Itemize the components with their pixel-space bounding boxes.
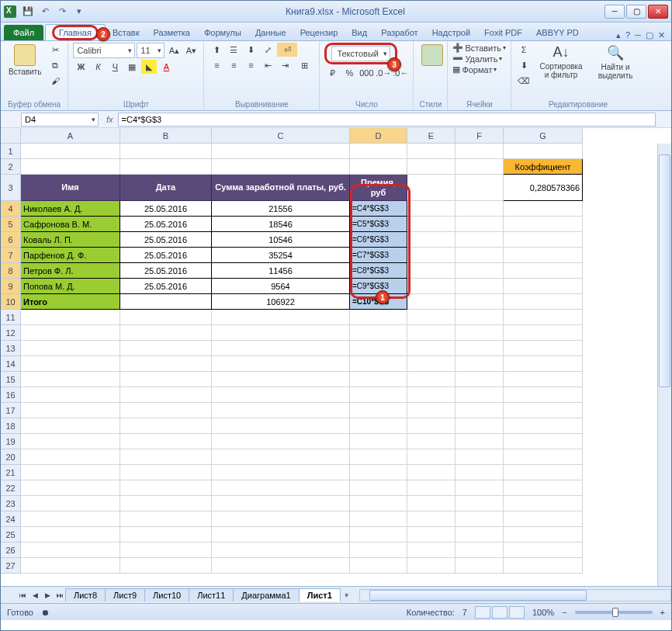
cell[interactable] [456,310,504,325]
increase-indent-button[interactable]: ⇥ [277,58,293,72]
cell[interactable] [456,279,504,294]
wrap-text-button[interactable]: ⏎ [277,43,297,57]
cell[interactable]: =C9*$G$3 [350,279,407,294]
row-24[interactable]: 24 [1,511,21,527]
fx-icon[interactable]: fx [102,115,118,124]
cell[interactable] [21,465,120,480]
cell[interactable] [407,159,456,175]
cell[interactable] [504,496,583,511]
cell[interactable] [407,341,456,356]
cell[interactable] [120,511,212,527]
doc-restore-icon[interactable]: ▢ [646,30,653,40]
sheet-tab[interactable]: Диаграмма1 [233,588,299,602]
cell[interactable]: 0,280578366 [504,175,583,201]
tab-foxit[interactable]: Foxit PDF [477,24,529,40]
cell[interactable] [21,144,120,159]
cell[interactable] [407,403,456,418]
align-top-button[interactable]: ⬆ [209,43,224,57]
copy-button[interactable]: ⧉ [47,58,63,72]
macro-record-icon[interactable]: ⏺ [41,608,50,617]
cell[interactable] [120,403,212,418]
cell[interactable] [350,511,407,527]
row-2[interactable]: 2 [1,159,21,175]
file-tab[interactable]: Файл [4,25,43,40]
cell[interactable] [407,511,456,527]
tab-review[interactable]: Рецензир [293,24,345,40]
cell[interactable] [21,543,120,558]
row-8[interactable]: 8 [1,263,21,279]
tab-addins[interactable]: Надстрой [425,24,477,40]
cell[interactable] [212,558,350,574]
cell[interactable] [407,356,456,372]
cell[interactable] [407,558,456,574]
comma-button[interactable]: 000 [359,66,374,80]
cell[interactable] [212,511,350,527]
cell[interactable]: 10546 [212,232,350,248]
cell[interactable] [407,279,456,294]
cell[interactable]: Коэффициент [504,159,583,175]
cell[interactable] [504,144,583,159]
cell[interactable] [456,341,504,356]
row-10[interactable]: 10 [1,294,21,310]
cell[interactable] [212,310,350,325]
row-20[interactable]: 20 [1,449,21,465]
decrease-indent-button[interactable]: ⇤ [260,58,275,72]
cell[interactable] [212,449,350,465]
cell[interactable] [21,403,120,418]
cell[interactable] [120,310,212,325]
tab-formulas[interactable]: Формулы [197,24,248,40]
cell[interactable] [212,325,350,341]
align-bottom-button[interactable]: ⬇ [243,43,258,57]
horizontal-scrollbar[interactable] [359,589,671,602]
cell[interactable]: 21556 [212,201,350,217]
cell[interactable] [120,159,212,175]
sort-filter-button[interactable]: A↓Сортировка и фильтр [535,43,587,81]
fill-button[interactable]: ⬇ [516,58,532,72]
font-size-combo[interactable]: 11 [137,43,165,58]
cell[interactable] [212,372,350,387]
cell[interactable]: Сафронова В. М. [21,217,120,232]
col-C[interactable]: C [212,128,350,144]
cell[interactable]: =C6*$G$3 [350,232,407,248]
tab-view[interactable]: Вид [345,24,374,40]
cell[interactable]: =C5*$G$3 [350,217,407,232]
cell[interactable] [504,372,583,387]
cell[interactable]: 18546 [212,217,350,232]
row-6[interactable]: 6 [1,232,21,248]
ribbon-minimize-icon[interactable]: ▴ [616,30,621,40]
cell[interactable] [407,449,456,465]
cell[interactable] [350,449,407,465]
cell[interactable] [456,387,504,403]
name-box[interactable]: D4 [21,113,99,127]
cell[interactable] [350,543,407,558]
tab-layout[interactable]: Разметка [146,24,197,40]
cell[interactable] [212,403,350,418]
cell[interactable] [456,480,504,496]
cell[interactable] [350,372,407,387]
cell[interactable] [456,434,504,449]
number-format-combo[interactable]: Текстовый [331,46,390,61]
cell[interactable] [350,356,407,372]
cell[interactable]: =C10*$G$ [350,294,407,310]
zoom-out-button[interactable]: − [562,608,566,617]
tab-data[interactable]: Данные [248,24,293,40]
col-B[interactable]: B [120,128,212,144]
view-normal-button[interactable] [475,606,490,619]
cell[interactable] [407,465,456,480]
cell[interactable] [21,325,120,341]
row-18[interactable]: 18 [1,418,21,434]
cell[interactable] [456,325,504,341]
close-button[interactable]: ✕ [648,5,668,19]
cell[interactable] [407,232,456,248]
cell[interactable] [21,558,120,574]
cell[interactable] [407,294,456,310]
cell[interactable] [407,263,456,279]
row-26[interactable]: 26 [1,543,21,558]
vertical-scrollbar[interactable] [657,144,671,586]
cell[interactable]: 25.05.2016 [120,279,212,294]
cell[interactable] [407,175,456,201]
sheet-nav-next[interactable]: ▶ [41,589,54,602]
row-23[interactable]: 23 [1,496,21,511]
align-right-button[interactable]: ≡ [243,58,258,72]
cell[interactable] [504,279,583,294]
